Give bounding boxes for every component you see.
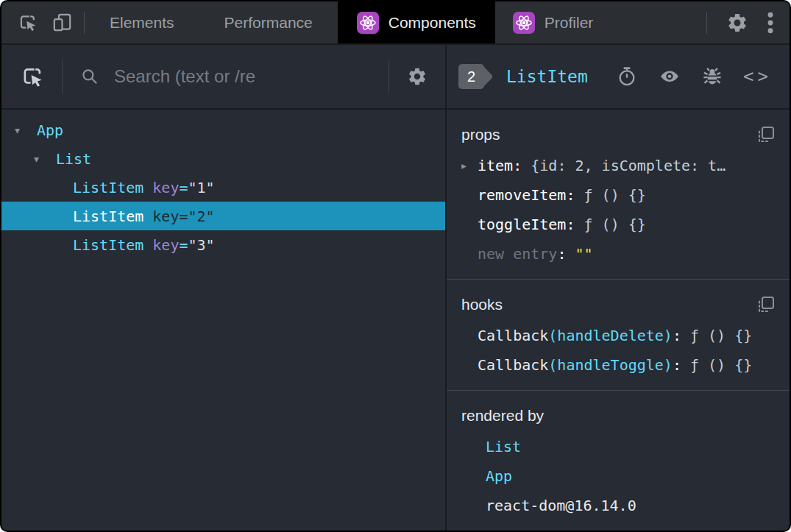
more-options-icon[interactable] <box>767 11 773 35</box>
rendered-by-app[interactable]: App <box>461 461 775 491</box>
tree-row-listitem-2[interactable]: ListItem key="2" <box>1 202 445 230</box>
key-attr-equals: = <box>179 208 188 225</box>
expand-arrow-icon[interactable]: ▾ <box>15 124 37 136</box>
prop-name: item <box>478 157 513 174</box>
component-name: ListItem <box>73 236 143 254</box>
props-section: props ▸item: {id: 2, isComplete: t… remo… <box>447 110 790 280</box>
prop-name: toggleItem <box>478 216 566 233</box>
rendered-by-react-dom: react-dom@16.14.0 <box>461 491 775 520</box>
key-attr-value: "2" <box>188 208 215 225</box>
hook-value: ƒ () {} <box>690 327 752 344</box>
selected-index-badge: 2 <box>458 64 484 89</box>
copy-hooks-button[interactable] <box>757 296 775 313</box>
divider <box>62 60 63 93</box>
key-attr-name: key <box>152 236 179 254</box>
expand-arrow-icon[interactable]: ▾ <box>34 153 56 165</box>
prop-name: removeItem <box>478 186 566 204</box>
hooks-section: hooks Callback(handleDelete): ƒ () {} Ca… <box>447 280 790 391</box>
prop-row-removeitem[interactable]: removeItem: ƒ () {} <box>461 180 775 210</box>
log-bug-icon[interactable] <box>702 66 723 87</box>
component-name: ListItem <box>73 179 143 196</box>
search-input[interactable] <box>113 65 372 88</box>
search-icon <box>80 67 99 86</box>
component-tree: ▾ App ▾ List ListItem key="1" ListItem k… <box>1 110 445 259</box>
view-settings-gear-icon[interactable] <box>407 66 428 87</box>
key-attr-equals: = <box>179 236 188 254</box>
key-attr-name: key <box>152 179 179 196</box>
prop-value: {id: 2, isComplete: t… <box>531 157 726 174</box>
new-prop-name-input[interactable]: new entry <box>478 245 557 263</box>
key-attr-name: key <box>152 208 179 225</box>
selected-component-title: ListItem <box>506 67 588 86</box>
rendered-by-section: rendered by List App react-dom@16.14.0 <box>447 391 790 531</box>
tree-row-listitem-3[interactable]: ListItem key="3" <box>1 230 445 259</box>
new-prop-value-input[interactable]: "" <box>575 245 592 263</box>
copy-props-button[interactable] <box>757 126 775 143</box>
tab-performance[interactable]: Performance <box>199 1 338 43</box>
components-tree-panel: ▾ App ▾ List ListItem key="1" ListItem k… <box>1 45 447 531</box>
tree-row-listitem-1[interactable]: ListItem key="1" <box>1 173 445 202</box>
settings-gear-icon[interactable] <box>726 12 748 34</box>
component-details-panel: 2 ListItem <box>447 45 790 531</box>
select-element-icon[interactable] <box>21 65 44 88</box>
tree-toolbar <box>1 45 445 110</box>
inspect-dom-eye-icon[interactable] <box>658 66 681 87</box>
hook-name: (handleToggle) <box>548 356 673 374</box>
prop-row-new-entry[interactable]: new entry: "" <box>461 239 775 269</box>
hook-type: Callback <box>478 327 548 344</box>
view-source-icon[interactable]: <> <box>743 66 772 87</box>
prop-row-toggleitem[interactable]: toggleItem: ƒ () {} <box>461 210 775 239</box>
devtools-window: Elements Performance Components <box>0 0 791 532</box>
tree-row-list[interactable]: ▾ List <box>1 144 445 173</box>
component-name: ListItem <box>73 208 143 225</box>
rendered-by-list[interactable]: List <box>461 432 775 461</box>
device-toolbar-icon[interactable] <box>52 13 72 32</box>
divider <box>706 12 707 34</box>
hook-type: Callback <box>478 356 548 374</box>
key-attr-value: "3" <box>188 236 215 254</box>
details-toolbar: 2 ListItem <box>447 45 790 110</box>
hook-row-handletoggle[interactable]: Callback(handleToggle): ƒ () {} <box>461 350 775 380</box>
rendered-by-title: rendered by <box>461 407 544 425</box>
tree-row-app[interactable]: ▾ App <box>1 116 445 144</box>
divider <box>389 60 389 93</box>
key-attr-value: "1" <box>188 179 215 196</box>
tab-profiler[interactable]: Profiler <box>495 1 611 43</box>
hook-value: ƒ () {} <box>690 356 752 374</box>
inspect-element-icon[interactable] <box>18 13 38 32</box>
hook-row-handledelete[interactable]: Callback(handleDelete): ƒ () {} <box>461 321 775 350</box>
devtools-tab-bar: Elements Performance Components <box>1 1 790 45</box>
hooks-section-title: hooks <box>461 296 503 313</box>
expand-arrow-icon[interactable]: ▸ <box>461 160 478 171</box>
react-logo-icon <box>357 12 379 34</box>
tab-components[interactable]: Components <box>338 1 495 43</box>
hook-name: (handleDelete) <box>548 327 673 344</box>
prop-row-item[interactable]: ▸item: {id: 2, isComplete: t… <box>461 151 775 180</box>
prop-value: ƒ () {} <box>584 216 646 233</box>
component-name: List <box>56 150 91 168</box>
suspense-stopwatch-icon[interactable] <box>617 66 637 87</box>
props-section-title: props <box>461 126 500 143</box>
key-attr-equals: = <box>179 179 188 196</box>
component-name: App <box>37 121 63 139</box>
prop-value: ƒ () {} <box>584 186 646 204</box>
tab-elements[interactable]: Elements <box>85 1 199 43</box>
react-logo-icon <box>513 12 535 34</box>
